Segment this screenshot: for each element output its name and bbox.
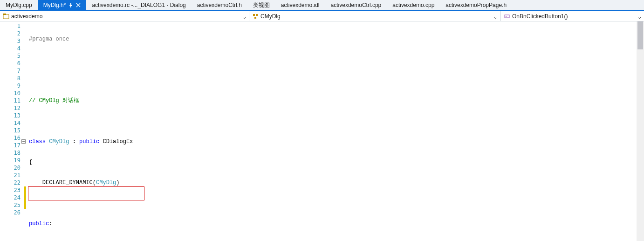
tab-mydlg-h[interactable]: MyDlg.h* [38,0,87,10]
nav-project-dropdown[interactable]: activexdemo [0,11,249,21]
nav-class-dropdown[interactable]: CMyDlg [249,11,501,21]
tab-activexdemo-rc[interactable]: activexdemo.rc -..._DIALOG1 - Dialog [86,0,191,10]
chevron-down-icon [242,14,246,18]
tab-mydlg-cpp[interactable]: MyDlg.cpp [0,0,38,10]
nav-class-label: CMyDlg [260,13,281,20]
svg-point-6 [506,16,507,17]
pin-icon[interactable] [69,3,73,7]
tab-activexdemoproppage-h[interactable]: activexdemoPropPage.h [440,0,512,10]
svg-rect-2 [253,14,255,16]
code-editor[interactable]: 1234567891011121314151617181920212223242… [0,21,644,241]
method-icon [504,13,510,20]
tab-activexdemoctrl-h[interactable]: activexdemoCtrl.h [192,0,247,10]
svg-rect-1 [3,14,6,15]
class-icon [252,13,259,20]
scrollbar-thumb[interactable] [637,21,643,49]
chevron-down-icon [637,14,641,18]
svg-rect-0 [3,14,9,19]
tab-activexdemo-idl[interactable]: activexdemo.idl [275,0,325,10]
tab-activexdemoctrl-cpp[interactable]: activexdemoCtrl.cpp [325,0,387,10]
nav-bar: activexdemo CMyDlg OnBnClickedButton1() [0,11,644,21]
nav-member-dropdown[interactable]: OnBnClickedButton1() [501,11,644,21]
code-area[interactable]: #pragma once // CMyDlg 对话框 class CMyDlg … [26,21,644,241]
nav-project-label: activexdemo [11,13,42,20]
line-number-gutter: 1234567891011121314151617181920212223242… [7,21,24,241]
fold-icon[interactable] [21,139,26,144]
chevron-down-icon [494,14,498,18]
svg-rect-4 [254,17,256,19]
svg-rect-5 [505,15,509,18]
tab-bar: MyDlg.cpp MyDlg.h* activexdemo.rc -..._D… [0,0,644,11]
project-icon [3,13,9,20]
vertical-scrollbar[interactable] [637,21,644,241]
annotation-box [28,186,144,200]
svg-rect-3 [256,14,258,16]
tab-classview[interactable]: 类视图 [247,0,275,10]
tab-activexdemo-cpp[interactable]: activexdemo.cpp [387,0,440,10]
glyph-margin [0,21,7,241]
nav-member-label: OnBnClickedButton1() [512,13,568,20]
close-icon[interactable] [76,3,81,7]
